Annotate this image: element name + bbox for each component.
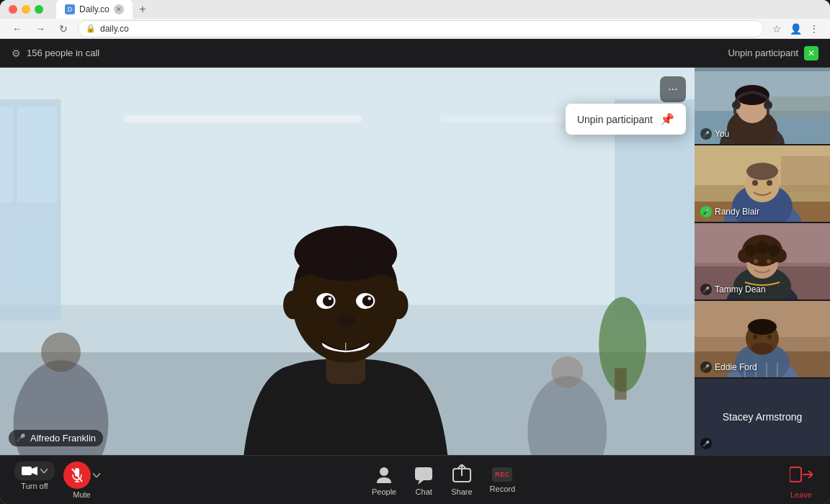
toolbar-left: Turn off [14,462,100,499]
svg-point-83 [751,343,773,354]
svg-point-42 [732,101,741,109]
record-icon: REC [492,467,512,482]
forward-button[interactable]: → [32,20,49,37]
new-tab-button[interactable]: + [135,2,150,17]
svg-rect-17 [615,368,626,400]
unpin-popup[interactable]: Unpin participant 📌 [566,104,686,135]
people-count: 156 people in call [27,48,99,58]
randy-name-area: 🎤 Randy Blair [700,206,759,217]
refresh-button[interactable]: ↻ [55,20,72,37]
chat-button[interactable]: Chat [414,464,434,496]
tab-title: Daily.co [79,4,110,14]
share-icon [452,464,472,485]
participant-tile-you[interactable]: 🎤 You [695,68,830,144]
menu-icon[interactable]: ⋮ [807,22,821,36]
people-button[interactable]: People [372,464,396,496]
participant-tile-tammy[interactable]: 🎤 Tammy Dean [695,223,830,300]
share-label: Share [451,487,472,496]
more-options-icon: ··· [668,83,677,96]
svg-rect-37 [767,96,830,118]
settings-icon[interactable]: ⚙ [12,48,21,59]
mute-control: Mute [63,462,100,499]
svg-rect-84 [22,467,32,475]
maximize-window-button[interactable] [35,5,43,14]
svg-rect-10 [124,115,361,123]
title-bar: D Daily.co ✕ + [0,0,830,19]
traffic-lights [9,5,43,14]
profile-icon[interactable]: 👤 [788,22,803,36]
address-bar[interactable]: 🔒 daily.co [78,20,764,37]
people-label: People [372,487,396,496]
you-name-area: 🎤 You [700,128,729,140]
tammy-name-label: Tammy Dean [715,284,766,294]
participant-tile-stacey[interactable]: Stacey Armstrong 🎤 [695,379,830,455]
participant-tile-randy[interactable]: 🎤 Randy Blair [695,145,830,222]
leave-icon [787,462,816,487]
svg-point-55 [767,180,772,186]
eddie-mic-icon: 🎤 [700,361,712,373]
svg-rect-6 [17,107,57,202]
top-bar-left: ⚙ 156 people in call [12,48,99,59]
svg-point-81 [753,335,757,339]
mute-button-group [63,462,100,489]
svg-rect-45 [767,107,769,114]
you-name-label: You [715,129,729,139]
minimize-window-button[interactable] [22,5,30,14]
more-options-button[interactable]: ··· [660,76,686,102]
eddie-name-area: 🎤 Eddie Ford [700,361,757,373]
svg-rect-36 [695,68,830,71]
active-tab[interactable]: D Daily.co ✕ [56,0,133,19]
chat-icon [414,464,434,485]
svg-point-33 [389,291,408,320]
stacey-name-label: Stacey Armstrong [723,411,803,423]
tab-close-button[interactable]: ✕ [114,4,124,14]
tammy-mic-icon: 🎤 [700,284,712,295]
you-mic-icon: 🎤 [700,128,712,140]
svg-point-28 [329,297,331,300]
app-content: ⚙ 156 people in call Unpin participant ✕ [0,39,830,504]
top-bar: ⚙ 156 people in call Unpin participant ✕ [0,39,830,68]
svg-point-30 [336,315,355,328]
bookmark-icon[interactable]: ☆ [769,22,784,36]
leave-label: Leave [790,490,812,499]
main-area: ··· Unpin participant 📌 🎤 Alfredo Frankl… [0,68,830,455]
svg-point-69 [767,259,771,264]
camera-icon [22,465,37,477]
leave-button[interactable]: Leave [787,462,816,499]
leave-arrow-icon [790,464,813,485]
svg-rect-48 [781,156,830,192]
svg-point-67 [756,241,769,254]
main-video: ··· Unpin participant 📌 🎤 Alfredo Frankl… [0,68,695,455]
unpin-participant-button[interactable]: Unpin participant [728,48,798,58]
randy-mic-icon: 🎤 [700,206,712,217]
presenter-name: Alfredo Franklin [30,433,96,444]
close-unpin-button[interactable]: ✕ [804,46,818,60]
svg-point-82 [767,335,772,339]
participant-tile-eddie[interactable]: 🎤 Eddie Ford [695,301,830,377]
svg-rect-7 [0,210,14,289]
record-label: Record [490,485,515,493]
camera-control: Turn off [14,462,55,499]
eddie-name-label: Eddie Ford [715,362,757,372]
mute-button[interactable] [63,462,91,489]
presenter-mic-icon: 🎤 [16,433,26,443]
svg-point-13 [41,333,81,372]
back-button[interactable]: ← [9,20,26,37]
svg-point-66 [768,245,780,256]
record-button[interactable]: REC Record [490,467,515,493]
tab-favicon: D [65,4,75,14]
nav-bar: ← → ↻ 🔒 daily.co ☆ 👤 ⋮ [0,19,830,39]
svg-rect-90 [415,467,432,480]
svg-rect-5 [0,107,14,202]
randy-name-label: Randy Blair [715,207,759,217]
share-button[interactable]: Share [451,464,472,496]
camera-button-group[interactable] [14,462,55,480]
unpin-popup-label: Unpin participant [577,114,653,125]
close-window-button[interactable] [9,5,17,14]
svg-point-65 [745,245,757,256]
microphone-muted-icon [71,468,83,482]
svg-point-68 [754,259,758,264]
nav-actions: ☆ 👤 ⋮ [769,22,821,36]
top-bar-right: Unpin participant ✕ [728,46,818,60]
mute-label: Mute [73,490,90,499]
